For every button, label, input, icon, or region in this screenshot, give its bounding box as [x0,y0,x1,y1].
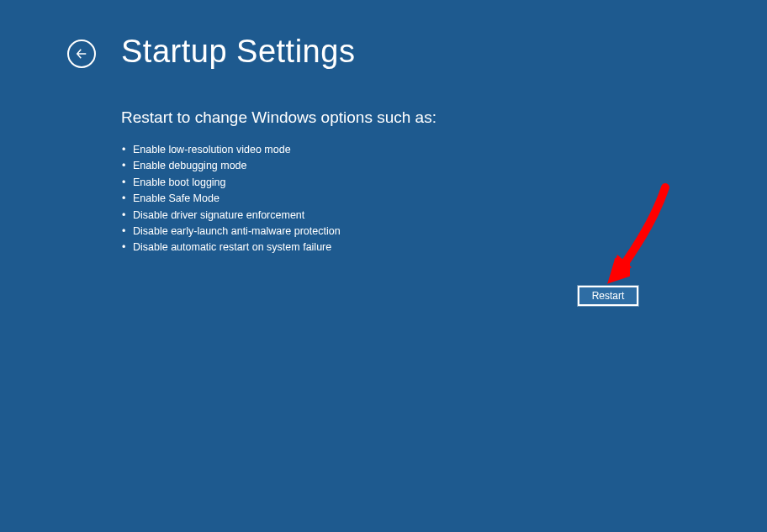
list-item: Enable low-resolution video mode [133,142,767,158]
restart-button[interactable]: Restart [578,286,638,306]
header: Startup Settings [0,0,767,70]
list-item: Enable debugging mode [133,158,767,174]
list-item: Disable automatic restart on system fail… [133,240,767,255]
options-list: Enable low-resolution video mode Enable … [121,142,767,256]
page-title: Startup Settings [121,34,355,70]
content-area: Restart to change Windows options such a… [0,70,767,256]
list-item: Disable driver signature enforcement [133,208,767,224]
list-item: Enable boot logging [133,175,767,191]
svg-marker-0 [607,255,632,284]
arrow-left-icon [74,46,89,61]
list-item: Disable early-launch anti-malware protec… [133,224,767,240]
subtitle: Restart to change Windows options such a… [121,108,767,127]
list-item: Enable Safe Mode [133,191,767,207]
back-button[interactable] [67,40,96,68]
